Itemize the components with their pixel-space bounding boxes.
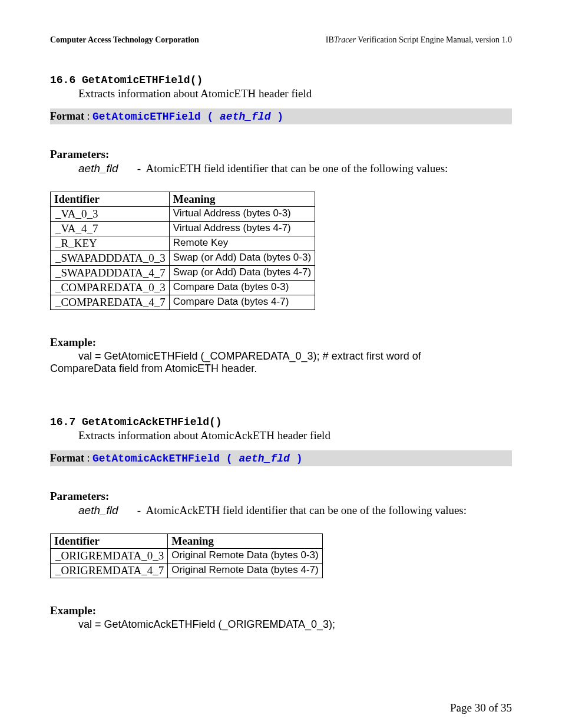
cell-id: _COMPAREDATA_4_7	[51, 295, 170, 310]
page-header: Computer Access Technology Corporation I…	[50, 35, 512, 45]
section-16-7-desc: Extracts information about AtomicAckETH …	[78, 429, 512, 442]
cell-id: _ORIGREMDATA_0_3	[51, 549, 168, 564]
th-identifier: Identifier	[51, 192, 170, 207]
table-row: _COMPAREDATA_0_3Compare Data (bytes 0-3)	[51, 281, 315, 295]
cell-meaning: Swap (or Add) Data (bytes 4-7)	[169, 266, 315, 281]
cell-id: _SWAPADDDATA_0_3	[51, 251, 170, 266]
format-colon: :	[84, 452, 92, 464]
header-ib: IB	[326, 35, 334, 44]
format-line-16-6: Format : GetAtomicETHField ( aeth_fld )	[50, 108, 512, 124]
table-row: _R_KEYRemote Key	[51, 236, 315, 251]
cell-meaning: Compare Data (bytes 4-7)	[169, 295, 315, 310]
format-func: GetAtomicAckETHField (	[92, 453, 239, 465]
header-left: Computer Access Technology Corporation	[50, 35, 199, 45]
format-func: GetAtomicETHField (	[92, 111, 220, 123]
param-dash-2: -	[137, 504, 141, 516]
example-line2: CompareData field from AtomicETH header.	[50, 363, 257, 374]
param-dash-1: -	[137, 162, 141, 174]
table-row: _ORIGREMDATA_0_3Original Remote Data (by…	[51, 549, 323, 564]
section-16-6-title: 16.6 GetAtomicETHField()	[50, 74, 512, 86]
cell-meaning: Remote Key	[169, 236, 315, 251]
format-label: Format	[50, 110, 84, 122]
param-row-1: aeth_fld - AtomicETH field identifier th…	[78, 162, 512, 175]
cell-meaning: Virtual Address (bytes 0-3)	[169, 207, 315, 222]
cell-meaning: Original Remote Data (bytes 4-7)	[168, 564, 322, 578]
cell-meaning: Original Remote Data (bytes 0-3)	[168, 549, 322, 564]
cell-id: _SWAPADDDATA_4_7	[51, 266, 170, 281]
table-row: _VA_0_3Virtual Address (bytes 0-3)	[51, 207, 315, 222]
format-line-16-7: Format : GetAtomicAckETHField ( aeth_fld…	[50, 450, 512, 466]
example-body-1: val = GetAtomicETHField (_COMPAREDATA_0_…	[50, 350, 512, 375]
param-desc-1: AtomicETH field identifier that can be o…	[146, 162, 448, 174]
cell-id: _VA_4_7	[51, 222, 170, 236]
table-row: _SWAPADDDATA_4_7Swap (or Add) Data (byte…	[51, 266, 315, 281]
table-row: _SWAPADDDATA_0_3Swap (or Add) Data (byte…	[51, 251, 315, 266]
format-close: )	[270, 111, 283, 123]
th-meaning: Meaning	[168, 534, 322, 549]
cell-id: _VA_0_3	[51, 207, 170, 222]
parameters-label-2: Parameters:	[50, 490, 512, 503]
table-row: _ORIGREMDATA_4_7Original Remote Data (by…	[51, 564, 323, 578]
th-identifier: Identifier	[51, 534, 168, 549]
identifier-table-1: Identifier Meaning _VA_0_3Virtual Addres…	[50, 192, 315, 310]
format-colon: :	[84, 110, 92, 122]
table-header-row: Identifier Meaning	[51, 534, 323, 549]
th-meaning: Meaning	[169, 192, 315, 207]
param-name-1: aeth_fld	[78, 162, 134, 175]
cell-id: _R_KEY	[51, 236, 170, 251]
cell-meaning: Compare Data (bytes 0-3)	[169, 281, 315, 295]
header-right: IBTracer Verification Script Engine Manu…	[326, 35, 512, 45]
cell-id: _COMPAREDATA_0_3	[51, 281, 170, 295]
table-header-row: Identifier Meaning	[51, 192, 315, 207]
cell-meaning: Virtual Address (bytes 4-7)	[169, 222, 315, 236]
example-label-2: Example:	[50, 604, 512, 617]
cell-id: _ORIGREMDATA_4_7	[51, 564, 168, 578]
section-16-7-title: 16.7 GetAtomicAckETHField()	[50, 416, 512, 428]
example-label-1: Example:	[50, 336, 512, 349]
param-name-2: aeth_fld	[78, 504, 134, 517]
format-param: aeth_fld	[220, 111, 270, 123]
example-body-2: val = GetAtomicAckETHField (_ORIGREMDATA…	[50, 618, 512, 631]
parameters-label-1: Parameters:	[50, 148, 512, 161]
format-label: Format	[50, 452, 84, 464]
param-row-2: aeth_fld - AtomicAckETH field identifier…	[78, 504, 512, 517]
header-tracer: Tracer	[334, 35, 356, 44]
page-footer: Page 30 of 35	[50, 701, 512, 714]
table-row: _VA_4_7Virtual Address (bytes 4-7)	[51, 222, 315, 236]
cell-meaning: Swap (or Add) Data (bytes 0-3)	[169, 251, 315, 266]
example-line1-b: val = GetAtomicAckETHField (_ORIGREMDATA…	[78, 618, 335, 630]
format-param: aeth_fld	[239, 453, 289, 465]
table-row: _COMPAREDATA_4_7Compare Data (bytes 4-7)	[51, 295, 315, 310]
format-close: )	[290, 453, 303, 465]
identifier-table-2: Identifier Meaning _ORIGREMDATA_0_3Origi…	[50, 533, 323, 578]
example-line1: val = GetAtomicETHField (_COMPAREDATA_0_…	[78, 350, 421, 362]
header-rest: Verification Script Engine Manual, versi…	[356, 35, 512, 44]
param-desc-2: AtomicAckETH field identifier that can b…	[146, 504, 467, 516]
section-16-6-desc: Extracts information about AtomicETH hea…	[78, 87, 512, 100]
